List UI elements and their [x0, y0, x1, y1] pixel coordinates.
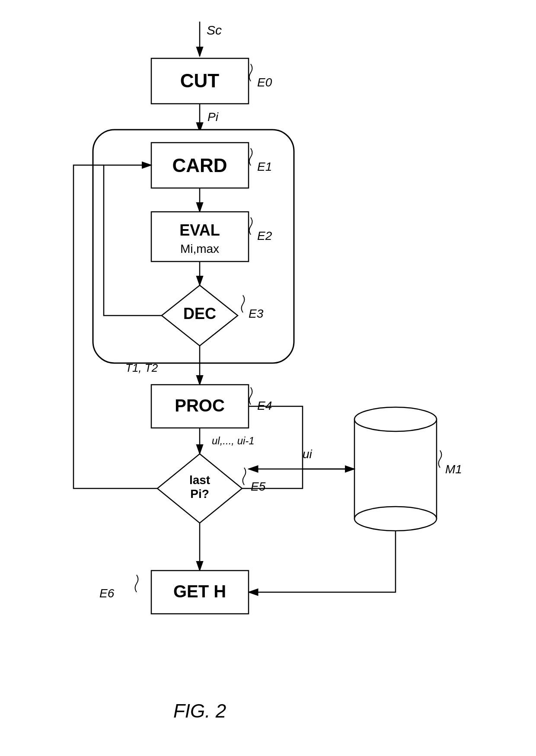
proc-label: PROC — [175, 396, 225, 415]
t1t2-label: T1, T2 — [125, 361, 158, 374]
diagram-container: Sc CUT E0 Pi CARD E1 EVAL Mi,max E2 — [0, 0, 536, 756]
lastpi-label2: Pi? — [190, 487, 209, 501]
e5-label: E5 — [251, 480, 266, 493]
eval-label: EVAL — [179, 221, 220, 239]
memory-cylinder-top — [354, 407, 437, 431]
e0-squiggle — [249, 64, 252, 81]
memory-cylinder-body — [354, 419, 437, 519]
dec-label: DEC — [183, 305, 216, 322]
e2-label: E2 — [257, 229, 272, 242]
ui-label: ui — [303, 447, 313, 461]
sc-label: Sc — [207, 23, 222, 37]
fig-label: FIG. 2 — [173, 700, 226, 721]
m1-squiggle — [439, 450, 442, 468]
pi-label: Pi — [207, 110, 219, 124]
e6-label: E6 — [99, 587, 115, 600]
e1-label: E1 — [257, 160, 272, 173]
cut-label: CUT — [180, 70, 220, 91]
e0-label: E0 — [257, 76, 272, 89]
mem-to-geth-arrow — [249, 531, 396, 592]
lastpi-label1: last — [189, 473, 210, 487]
e4-label: E4 — [257, 399, 272, 412]
eval-sublabel: Mi,max — [180, 242, 219, 255]
e6-squiggle — [135, 575, 138, 592]
geth-label: GET H — [173, 582, 226, 601]
e4-squiggle — [249, 387, 252, 405]
card-label: CARD — [172, 155, 227, 176]
memory-cylinder-bottom — [354, 507, 437, 531]
m1-label: M1 — [445, 463, 462, 476]
e5-squiggle — [243, 468, 246, 485]
e3-label: E3 — [249, 307, 264, 320]
ul-label: ul,..., ui-1 — [212, 435, 255, 447]
proc-to-mem-arrow — [249, 406, 354, 469]
